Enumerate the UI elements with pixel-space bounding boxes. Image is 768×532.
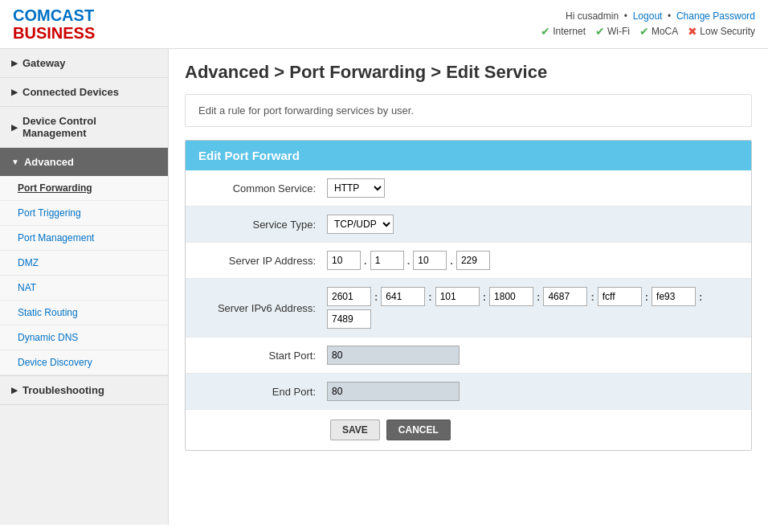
ipv6-part7[interactable] xyxy=(652,287,696,306)
card-header: Edit Port Forward xyxy=(186,141,751,170)
low-security-status: ✖ Low Security xyxy=(688,25,755,38)
sidebar-gateway-label: Gateway xyxy=(22,57,65,69)
moca-status: ✔ MoCA xyxy=(639,25,678,38)
ipv6-part5[interactable] xyxy=(543,287,587,306)
sidebar-item-dmz[interactable]: DMZ xyxy=(0,251,168,276)
ipv6-sep-2: : xyxy=(428,291,431,303)
ipv6-sep-6: : xyxy=(645,291,648,303)
chevron-down-icon: ▼ xyxy=(11,158,19,166)
chevron-right-icon: ▶ xyxy=(11,123,18,132)
nav-section-connected-devices: ▶ Connected Devices xyxy=(0,78,168,107)
common-service-select[interactable]: HTTP HTTPS FTP SMTP DNS Custom xyxy=(327,178,385,198)
sidebar-item-static-routing[interactable]: Static Routing xyxy=(0,301,168,325)
service-type-label: Service Type: xyxy=(198,219,327,231)
sidebar-item-port-management[interactable]: Port Management xyxy=(0,226,168,251)
logo: COMCAST BUSINESS xyxy=(13,6,95,42)
ip-sep-2: . xyxy=(407,255,411,267)
start-port-row: Start Port: xyxy=(186,338,751,374)
internet-icon: ✔ xyxy=(541,25,550,38)
server-ip-octet3[interactable] xyxy=(413,251,447,270)
server-ip-octet4[interactable] xyxy=(456,251,490,270)
ipv6-part8[interactable] xyxy=(327,309,371,329)
logo-comcast: COMCAST xyxy=(13,6,94,24)
sidebar-item-nat[interactable]: NAT xyxy=(0,276,168,301)
ipv6-part6[interactable] xyxy=(598,287,642,306)
nav-section-gateway: ▶ Gateway xyxy=(0,49,168,78)
info-text: Edit a rule for port forwarding services… xyxy=(198,104,414,117)
start-port-control xyxy=(327,346,460,365)
chevron-right-icon: ▶ xyxy=(11,88,18,96)
sidebar-item-device-control[interactable]: ▶ Device Control Management xyxy=(0,107,168,147)
save-button[interactable]: SAVE xyxy=(330,419,380,440)
end-port-label: End Port: xyxy=(198,386,327,398)
moca-icon: ✔ xyxy=(639,25,649,38)
chevron-right-icon: ▶ xyxy=(11,59,18,68)
end-port-row: End Port: xyxy=(186,374,751,410)
server-ip-control: . . . xyxy=(327,251,490,270)
server-ip-octet2[interactable] xyxy=(370,251,404,270)
common-service-label: Common Service: xyxy=(198,182,327,194)
nav-section-device-control: ▶ Device Control Management xyxy=(0,107,168,148)
ipv6-sep-5: : xyxy=(590,291,594,303)
service-type-control: TCP/UDP TCP UDP xyxy=(327,215,394,234)
chevron-right-icon: ▶ xyxy=(11,386,18,395)
start-port-label: Start Port: xyxy=(198,350,327,362)
layout: ▶ Gateway ▶ Connected Devices ▶ Device C… xyxy=(0,49,768,525)
ipv6-part2[interactable] xyxy=(381,287,425,306)
logo-text: COMCAST BUSINESS xyxy=(13,6,95,42)
end-port-input[interactable] xyxy=(327,382,460,401)
page-title: Advanced > Port Forwarding > Edit Servic… xyxy=(185,62,752,83)
sidebar-advanced-label: Advanced xyxy=(24,156,74,168)
ipv6-part1[interactable] xyxy=(327,287,371,306)
edit-port-forward-card: Edit Port Forward Common Service: HTTP H… xyxy=(185,140,752,451)
status-bar: ✔ Internet ✔ Wi-Fi ✔ MoCA ✖ Low Security xyxy=(541,25,755,38)
ip-sep-3: . xyxy=(450,255,453,267)
common-service-control: HTTP HTTPS FTP SMTP DNS Custom xyxy=(327,178,385,198)
info-box: Edit a rule for port forwarding services… xyxy=(185,94,752,127)
cancel-button[interactable]: CANCEL xyxy=(386,419,451,440)
user-info: Hi cusadmin • Logout • Change Password xyxy=(541,10,755,22)
low-security-label: Low Security xyxy=(700,26,755,37)
sidebar-item-connected-devices[interactable]: ▶ Connected Devices xyxy=(0,78,168,106)
main-content: Advanced > Port Forwarding > Edit Servic… xyxy=(169,49,768,525)
sidebar-item-advanced[interactable]: ▼ Advanced xyxy=(0,148,168,176)
ip-sep-1: . xyxy=(364,255,367,267)
ipv6-sep-1: : xyxy=(374,291,378,303)
sidebar-item-port-forwarding[interactable]: Port Forwarding xyxy=(0,176,168,201)
wifi-icon: ✔ xyxy=(595,25,605,38)
wifi-label: Wi-Fi xyxy=(607,26,630,37)
sidebar-connected-devices-label: Connected Devices xyxy=(22,86,119,98)
ipv6-sep-3: : xyxy=(483,291,486,303)
server-ipv6-control: : : : : : : : xyxy=(327,287,738,329)
common-service-row: Common Service: HTTP HTTPS FTP SMTP DNS … xyxy=(186,170,751,207)
ipv6-sep-7: : xyxy=(699,291,702,303)
sidebar-item-troubleshooting[interactable]: ▶ Troubleshooting xyxy=(0,376,168,404)
sidebar-item-device-discovery[interactable]: Device Discovery xyxy=(0,350,168,375)
end-port-control xyxy=(327,382,460,401)
sidebar-troubleshooting-label: Troubleshooting xyxy=(22,384,104,396)
server-ipv6-label: Server IPv6 Address: xyxy=(198,302,327,314)
ipv6-part3[interactable] xyxy=(435,287,480,306)
header-right: Hi cusadmin • Logout • Change Password ✔… xyxy=(541,10,755,38)
logo-business: BUSINESS xyxy=(13,24,95,42)
service-type-select[interactable]: TCP/UDP TCP UDP xyxy=(327,215,394,234)
logout-link[interactable]: Logout xyxy=(633,10,663,22)
advanced-subitems: Port Forwarding Port Triggering Port Man… xyxy=(0,176,168,375)
change-password-link[interactable]: Change Password xyxy=(676,10,755,22)
server-ipv6-row: Server IPv6 Address: : : : : : : xyxy=(186,279,751,338)
wifi-status: ✔ Wi-Fi xyxy=(595,25,630,38)
ipv6-part4[interactable] xyxy=(489,287,533,306)
button-row: SAVE CANCEL xyxy=(186,410,751,450)
server-ip-octet1[interactable] xyxy=(327,251,361,270)
start-port-input[interactable] xyxy=(327,346,460,365)
sidebar-item-port-triggering[interactable]: Port Triggering xyxy=(0,201,168,226)
header: COMCAST BUSINESS Hi cusadmin • Logout • … xyxy=(0,0,768,49)
card-body: Common Service: HTTP HTTPS FTP SMTP DNS … xyxy=(186,170,751,450)
sidebar-item-dynamic-dns[interactable]: Dynamic DNS xyxy=(0,325,168,350)
internet-status: ✔ Internet xyxy=(541,25,586,38)
nav-section-advanced: ▼ Advanced Port Forwarding Port Triggeri… xyxy=(0,148,168,376)
server-ip-label: Server IP Address: xyxy=(198,255,327,267)
card-title: Edit Port Forward xyxy=(198,149,300,162)
sidebar-item-gateway[interactable]: ▶ Gateway xyxy=(0,49,168,77)
sidebar-device-control-label: Device Control Management xyxy=(22,115,157,139)
